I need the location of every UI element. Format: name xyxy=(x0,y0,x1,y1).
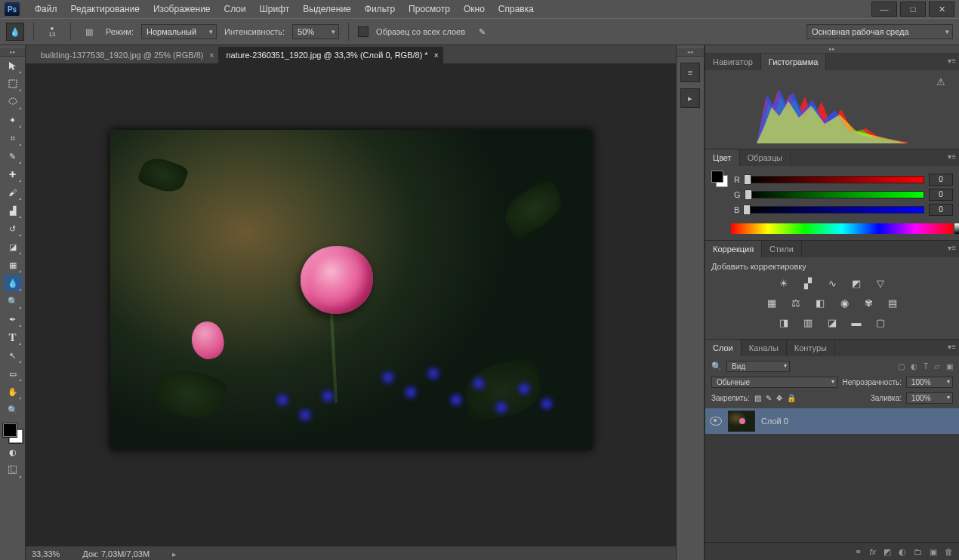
swatches-tab[interactable]: Образцы xyxy=(740,149,791,166)
layer-name[interactable]: Слой 0 xyxy=(761,417,788,426)
layers-tab[interactable]: Слои xyxy=(705,340,742,356)
quickmask-tool[interactable]: ◐ xyxy=(4,444,22,460)
delete-layer-icon[interactable]: 🗑 xyxy=(945,547,953,556)
filter-shape-icon[interactable]: ▱ xyxy=(934,362,940,371)
lock-all-icon[interactable]: 🔒 xyxy=(787,394,796,402)
workspace-dropdown[interactable]: Основная рабочая среда xyxy=(806,24,953,39)
opacity-input[interactable]: 100% xyxy=(906,377,953,388)
hand-tool[interactable]: ✋ xyxy=(4,383,22,400)
pressure-icon[interactable]: ✎ xyxy=(473,23,491,41)
brush-panel-toggle[interactable]: ▥ xyxy=(80,23,98,41)
bw-icon[interactable]: ◧ xyxy=(812,295,828,310)
filter-pixel-icon[interactable]: ▢ xyxy=(898,362,905,371)
dodge-tool[interactable]: 🔍 xyxy=(4,293,22,309)
lock-position-icon[interactable]: ✥ xyxy=(776,394,782,402)
menu-filter[interactable]: Фильтр xyxy=(359,2,401,17)
paths-tab[interactable]: Контуры xyxy=(787,340,835,356)
menu-image[interactable]: Изображение xyxy=(147,2,217,17)
history-brush-tool[interactable]: ↺ xyxy=(4,220,22,237)
layer-thumbnail[interactable] xyxy=(728,411,755,432)
visibility-toggle[interactable] xyxy=(710,417,722,426)
wand-tool[interactable]: ✦ xyxy=(4,112,22,128)
brightness-icon[interactable]: ☀ xyxy=(776,275,792,291)
channel-mixer-icon[interactable]: ✾ xyxy=(860,295,877,310)
link-layers-icon[interactable]: ⚭ xyxy=(855,547,862,557)
panel-menu-icon[interactable]: ▾≡ xyxy=(948,152,956,161)
menu-file[interactable]: Файл xyxy=(29,2,63,17)
canvas[interactable] xyxy=(26,63,676,546)
layer-mask-icon[interactable]: ◩ xyxy=(883,547,891,557)
lock-trans-icon[interactable]: ▨ xyxy=(754,394,761,402)
status-arrow-icon[interactable]: ▸ xyxy=(172,549,177,559)
path-select-tool[interactable]: ↖ xyxy=(4,347,22,364)
panels-collapse-icon[interactable]: ▸▸ xyxy=(705,45,959,54)
selective-color-icon[interactable]: ▢ xyxy=(872,315,889,330)
b-value[interactable]: 0 xyxy=(929,204,953,216)
crop-tool[interactable]: ⌗ xyxy=(4,130,22,146)
filter-adjust-icon[interactable]: ◐ xyxy=(911,362,917,371)
stamp-tool[interactable]: ▟ xyxy=(4,202,22,219)
doc-tab-2[interactable]: nature-2360351_1920.jpg @ 33,3% (Слой 0,… xyxy=(218,47,442,63)
filter-smart-icon[interactable]: ▣ xyxy=(946,362,953,371)
eyedropper-tool[interactable]: ✎ xyxy=(4,148,22,165)
panel-menu-icon[interactable]: ▾≡ xyxy=(948,57,956,65)
screenmode-tool[interactable]: ⿺ xyxy=(4,462,22,478)
menu-view[interactable]: Просмотр xyxy=(402,2,456,17)
b-slider[interactable] xyxy=(744,206,924,214)
zoom-tool[interactable]: 🔍 xyxy=(4,402,22,418)
levels-icon[interactable]: ▞ xyxy=(800,275,816,291)
menu-select[interactable]: Выделение xyxy=(297,2,357,17)
lock-pixels-icon[interactable]: ✎ xyxy=(766,394,772,402)
actions-panel-icon[interactable]: ▸ xyxy=(680,88,700,108)
doc-tab-1[interactable]: building-1377538_1920.jpg @ 25% (RGB/8)× xyxy=(33,47,218,63)
exposure-icon[interactable]: ◩ xyxy=(848,275,865,291)
type-tool[interactable]: T xyxy=(4,329,22,346)
blur-tool[interactable]: 💧 xyxy=(4,275,22,291)
tool-collapse-icon[interactable]: ▸▸ xyxy=(0,48,25,57)
balance-icon[interactable]: ⚖ xyxy=(788,295,804,310)
layer-filter-dropdown[interactable]: Вид xyxy=(726,361,790,372)
posterize-icon[interactable]: ▥ xyxy=(800,315,816,330)
color-spectrum[interactable] xyxy=(731,223,953,234)
lookup-icon[interactable]: ▤ xyxy=(884,295,901,310)
layer-row[interactable]: Слой 0 xyxy=(705,408,959,434)
intensity-dropdown[interactable]: 50% xyxy=(292,24,339,39)
curves-icon[interactable]: ∿ xyxy=(824,275,840,291)
menu-window[interactable]: Окно xyxy=(458,2,491,17)
r-value[interactable]: 0 xyxy=(929,174,953,186)
panel-menu-icon[interactable]: ▾≡ xyxy=(948,244,956,252)
histogram-tab[interactable]: Гистограмма xyxy=(761,54,827,70)
channels-tab[interactable]: Каналы xyxy=(742,340,787,356)
close-icon[interactable]: × xyxy=(210,51,214,60)
pen-tool[interactable]: ✒ xyxy=(4,311,22,328)
r-slider[interactable] xyxy=(745,176,924,183)
new-group-icon[interactable]: 🗀 xyxy=(914,547,922,556)
close-icon[interactable]: × xyxy=(434,51,439,60)
panel-menu-icon[interactable]: ▾≡ xyxy=(948,343,956,351)
shape-tool[interactable]: ▭ xyxy=(4,365,22,382)
blend-mode-dropdown[interactable]: Нормальный xyxy=(141,24,217,39)
menu-edit[interactable]: Редактирование xyxy=(65,2,146,17)
lasso-tool[interactable] xyxy=(4,94,22,110)
color-swatches[interactable] xyxy=(3,423,23,443)
vibrance-icon[interactable]: ▽ xyxy=(872,275,889,291)
minimize-button[interactable]: — xyxy=(871,2,897,17)
brush-tool[interactable]: 🖌 xyxy=(4,184,22,201)
healing-tool[interactable]: ✚ xyxy=(4,166,22,183)
brush-preset[interactable]: ●13 xyxy=(43,23,61,41)
zoom-value[interactable]: 33,33% xyxy=(32,549,60,558)
eraser-tool[interactable]: ◪ xyxy=(4,238,22,255)
foreground-swatch[interactable] xyxy=(3,423,17,437)
filter-type-icon[interactable]: T xyxy=(924,362,928,371)
invert-icon[interactable]: ◨ xyxy=(776,315,792,330)
current-tool-icon[interactable]: 💧 xyxy=(6,23,24,41)
g-value[interactable]: 0 xyxy=(929,189,953,201)
sample-all-checkbox[interactable] xyxy=(358,26,368,37)
marquee-tool[interactable] xyxy=(4,75,22,92)
layer-fx-icon[interactable]: fx xyxy=(869,547,876,556)
layer-list[interactable]: Слой 0 xyxy=(705,408,959,542)
photo-filter-icon[interactable]: ◉ xyxy=(836,295,853,310)
blend-mode-select[interactable]: Обычные xyxy=(711,377,837,388)
color-tab[interactable]: Цвет xyxy=(705,149,740,166)
menu-type[interactable]: Шрифт xyxy=(254,2,295,17)
